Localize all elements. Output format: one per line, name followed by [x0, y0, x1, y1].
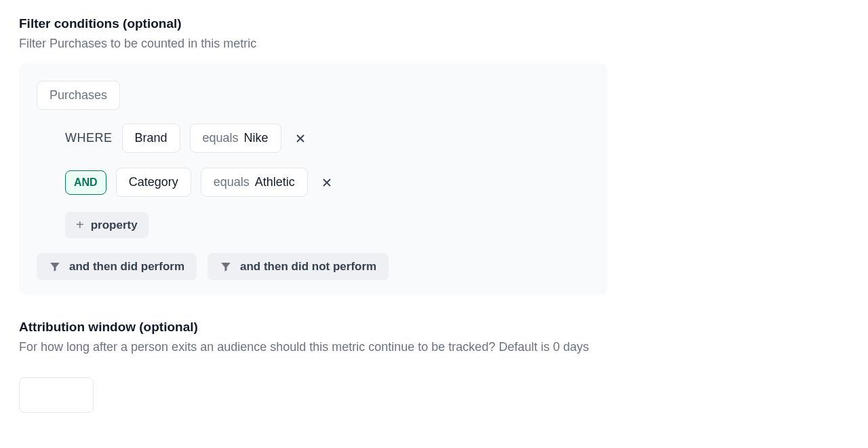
value-text: Nike [244, 131, 269, 145]
operator-text: equals [203, 131, 239, 145]
condition-row: AND Category equals Athletic [65, 168, 590, 197]
operator-chip[interactable]: equals Nike [190, 124, 281, 153]
where-label: WHERE [65, 131, 113, 145]
value-text: Athletic [255, 175, 295, 189]
filter-section-subtitle: Filter Purchases to be counted in this m… [19, 37, 849, 51]
property-chip-brand[interactable]: Brand [122, 124, 180, 153]
plus-icon: + [76, 217, 84, 233]
close-icon [294, 132, 307, 145]
filter-section-title: Filter conditions (optional) [19, 16, 849, 31]
and-badge[interactable]: AND [65, 170, 106, 195]
attribution-input[interactable] [19, 377, 94, 413]
condition-row: WHERE Brand equals Nike [65, 124, 590, 153]
then-did-not-perform-button[interactable]: and then did not perform [208, 253, 389, 280]
perform-row: and then did perform and then did not pe… [37, 253, 590, 280]
attribution-title: Attribution window (optional) [19, 320, 849, 335]
add-property-label: property [91, 219, 138, 232]
event-chip[interactable]: Purchases [37, 81, 120, 110]
attribution-subtitle: For how long after a person exits an aud… [19, 340, 849, 354]
filter-icon [220, 261, 232, 273]
property-chip-category[interactable]: Category [116, 168, 191, 197]
close-icon [320, 176, 334, 189]
remove-condition-button[interactable] [317, 173, 336, 192]
then-did-perform-button[interactable]: and then did perform [37, 253, 197, 280]
filter-panel: Purchases WHERE Brand equals Nike AND Ca… [19, 63, 608, 295]
attribution-section: Attribution window (optional) For how lo… [19, 320, 849, 413]
filter-icon [49, 261, 61, 273]
perform-label: and then did perform [69, 260, 184, 274]
operator-chip[interactable]: equals Athletic [201, 168, 308, 197]
remove-condition-button[interactable] [291, 129, 310, 148]
operator-text: equals [214, 175, 250, 189]
add-property-button[interactable]: + property [65, 212, 149, 238]
perform-label: and then did not perform [240, 260, 376, 274]
filter-conditions-section: Filter conditions (optional) Filter Purc… [19, 16, 849, 295]
